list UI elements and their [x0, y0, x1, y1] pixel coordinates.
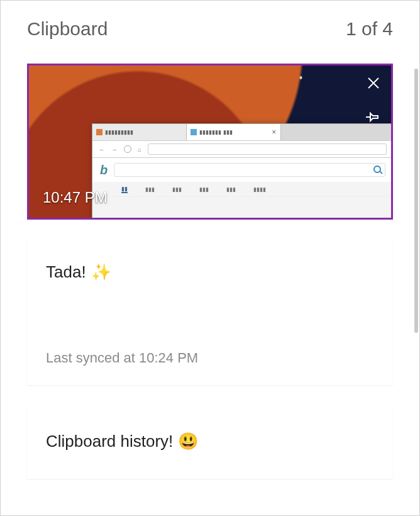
entry-text: Tada!	[46, 262, 86, 282]
clipboard-entry-text[interactable]: Tada! ✨ Last synced at 10:24 PM	[27, 238, 393, 385]
scrollbar-thumb[interactable]	[414, 69, 418, 333]
entry-counter: 1 of 4	[346, 18, 393, 40]
sparkles-icon: ✨	[91, 262, 111, 282]
clipboard-panel: Clipboard 1 of 4 ▮▮▮▮▮▮▮▮▮ ▮▮▮▮▮▮▮ ▮▮▮✕ …	[1, 1, 419, 515]
close-icon	[367, 76, 380, 90]
pin-entry-button[interactable]	[365, 108, 382, 126]
sync-status: Last synced at 10:24 PM	[46, 350, 374, 366]
entry-text: Clipboard history!	[46, 432, 173, 451]
pin-icon	[366, 111, 381, 123]
clipboard-entry-image[interactable]: ▮▮▮▮▮▮▮▮▮ ▮▮▮▮▮▮▮ ▮▮▮✕ ←→⌂ b ▮▮▮▮▮▮▮▮▮▮▮…	[27, 64, 393, 220]
panel-title: Clipboard	[27, 18, 108, 40]
thumbnail-browser-window: ▮▮▮▮▮▮▮▮▮ ▮▮▮▮▮▮▮ ▮▮▮✕ ←→⌂ b ▮▮▮▮▮▮▮▮▮▮▮…	[92, 123, 393, 220]
panel-header: Clipboard 1 of 4	[27, 18, 393, 40]
delete-entry-button[interactable]	[365, 74, 382, 92]
smiley-icon: 😃	[178, 432, 198, 451]
entry-timestamp: 10:47 PM	[43, 189, 108, 206]
clipboard-entry-text[interactable]: Clipboard history! 😃	[27, 404, 393, 479]
